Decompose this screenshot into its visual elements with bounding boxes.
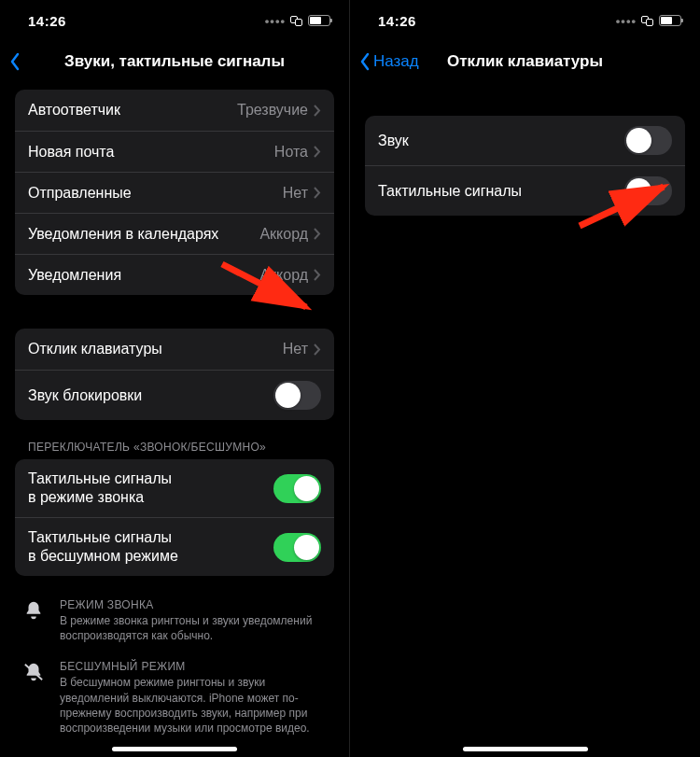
haptics-ring-toggle[interactable] [273, 474, 321, 503]
link-icon [641, 16, 654, 25]
back-label: Назад [373, 52, 419, 71]
chevron-right-icon [314, 146, 321, 158]
chevron-right-icon [314, 105, 321, 117]
status-time: 14:26 [378, 13, 416, 29]
row-label: Тактильные сигналы [378, 182, 522, 201]
keyboard-lock-group: Отклик клавиатуры Нет Звук блокировки [15, 329, 334, 420]
footer-title: БЕСШУМНЫЙ РЕЖИМ [60, 660, 329, 673]
battery-icon [308, 15, 330, 26]
section-header-ring-silent: ПЕРЕКЛЮЧАТЕЛЬ «ЗВОНОК/БЕСШУМНО» [28, 441, 321, 454]
row-label: Тактильные сигналы в режиме звонка [28, 470, 172, 507]
status-bar: 14:26 •••• [0, 0, 349, 41]
row-haptics-silent[interactable]: Тактильные сигналы в бесшумном режиме [15, 517, 334, 576]
row-label: Звук блокировки [28, 386, 142, 405]
row-haptics-ring[interactable]: Тактильные сигналы в режиме звонка [15, 459, 334, 517]
chevron-left-icon [9, 52, 21, 71]
status-dots-icon: •••• [616, 14, 637, 28]
footer-silent-mode: БЕСШУМНЫЙ РЕЖИМ В бесшумном режиме рингт… [15, 660, 334, 736]
chevron-right-icon [314, 269, 321, 281]
row-value: Аккорд [259, 226, 321, 243]
bell-slash-icon [21, 660, 47, 736]
footer-title: РЕЖИМ ЗВОНКА [60, 598, 329, 611]
keyboard-feedback-group: Звук Тактильные сигналы [365, 116, 685, 216]
link-icon [290, 16, 303, 25]
home-indicator[interactable] [463, 747, 588, 751]
chevron-right-icon [314, 187, 321, 199]
row-value: Трезвучие [237, 102, 321, 119]
row-label: Новая почта [28, 143, 114, 161]
row-value: Нет [283, 341, 321, 357]
row-label: Уведомления в календарях [28, 225, 218, 244]
page-title: Звуки, тактильные сигналы [0, 52, 349, 71]
haptics-group: Тактильные сигналы в режиме звонка Такти… [15, 459, 334, 576]
row-sound[interactable]: Звук [365, 116, 685, 165]
back-button[interactable]: Назад [359, 52, 419, 71]
phone-right: 14:26 •••• Назад Отклик клавиатуры Звук … [350, 0, 700, 757]
scroll-content: Автоответчик Трезвучие Новая почта Нота … [0, 90, 349, 736]
chevron-left-icon [359, 52, 371, 71]
row-label: Уведомления [28, 266, 121, 285]
row-value: Аккорд [259, 267, 321, 284]
phone-left: 14:26 •••• Звуки, тактильные сигналы Авт… [0, 0, 350, 757]
lock-sound-toggle[interactable] [273, 381, 321, 410]
row-label: Звук [378, 132, 409, 150]
row-value: Нет [283, 185, 321, 202]
row-value: Нота [274, 144, 321, 161]
status-dots-icon: •••• [265, 14, 286, 28]
chevron-right-icon [314, 228, 321, 240]
status-time: 14:26 [28, 13, 66, 29]
row-voicemail[interactable]: Автоответчик Трезвучие [15, 90, 334, 131]
row-label: Отклик клавиатуры [28, 340, 162, 358]
chevron-right-icon [314, 343, 321, 356]
status-icons: •••• [616, 14, 681, 28]
back-button[interactable] [9, 52, 21, 71]
status-bar: 14:26 •••• [350, 0, 700, 41]
footer-ring-mode: РЕЖИМ ЗВОНКА В режиме звонка рингтоны и … [15, 598, 334, 643]
sound-toggle[interactable] [624, 126, 672, 155]
haptics-silent-toggle[interactable] [273, 533, 321, 562]
row-calendar-alerts[interactable]: Уведомления в календарях Аккорд [15, 213, 334, 254]
scroll-content: Звук Тактильные сигналы [350, 116, 700, 216]
status-icons: •••• [265, 14, 330, 28]
nav-header: Назад Отклик клавиатуры [350, 41, 700, 82]
home-indicator[interactable] [112, 747, 237, 751]
nav-header: Звуки, тактильные сигналы [0, 41, 349, 82]
row-label: Автоответчик [28, 101, 120, 119]
row-lock-sound[interactable]: Звук блокировки [15, 370, 334, 420]
bell-icon [21, 598, 47, 643]
sound-settings-group: Автоответчик Трезвучие Новая почта Нота … [15, 90, 334, 295]
row-label: Тактильные сигналы в бесшумном режиме [28, 528, 178, 566]
row-keyboard-feedback[interactable]: Отклик клавиатуры Нет [15, 329, 334, 370]
row-reminder-alerts[interactable]: Уведомления Аккорд [15, 254, 334, 295]
row-sent-mail[interactable]: Отправленные Нет [15, 172, 334, 213]
battery-icon [659, 15, 681, 26]
footer-body: В режиме звонка рингтоны и звуки уведомл… [60, 613, 329, 643]
footer-body: В бесшумном режиме рингтоны и звуки увед… [60, 675, 329, 736]
row-new-mail[interactable]: Новая почта Нота [15, 131, 334, 172]
row-label: Отправленные [28, 184, 132, 203]
row-haptic[interactable]: Тактильные сигналы [365, 165, 685, 216]
haptic-toggle[interactable] [624, 176, 672, 205]
